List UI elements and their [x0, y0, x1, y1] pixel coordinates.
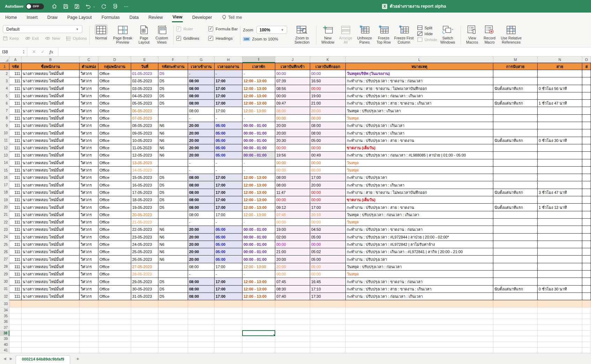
cell-G15[interactable]: -	[188, 167, 215, 174]
cell-A26[interactable]: 111	[9, 248, 22, 256]
header-cell-J1[interactable]: เวลาบันทึกเข้า	[275, 63, 310, 70]
cell-I24[interactable]: 00:00 - 01:00	[242, 234, 275, 241]
cell-M38[interactable]	[493, 331, 538, 336]
cell-I11[interactable]: 00:00 - 01:00	[242, 137, 275, 144]
cell-G28[interactable]: 08:00	[188, 263, 215, 271]
cell-J39[interactable]	[275, 336, 310, 342]
cell-O4[interactable]	[582, 85, 591, 92]
save-as-icon[interactable]	[74, 4, 80, 9]
cell-H8[interactable]: -	[215, 115, 242, 122]
cell-J2[interactable]: 00:00	[275, 70, 310, 77]
cell-J25[interactable]: 00:00	[275, 241, 310, 248]
header-cell-D1[interactable]: กลุ่มพนักงาน	[98, 63, 131, 70]
cell-N6[interactable]: 1 ชั่วโมง 47 นาที	[538, 100, 582, 107]
cell-B28[interactable]: นางสาวทดสอบ ไทม์มิ้นท์	[22, 263, 80, 271]
column-header-G[interactable]: G	[188, 56, 215, 63]
cell-H17[interactable]: 17:00	[215, 182, 242, 189]
cell-K23[interactable]: 04:50	[310, 226, 346, 233]
cell-I3[interactable]: 12:00 - 13:00	[242, 77, 275, 85]
tab-page-layout[interactable]: Page Layout	[67, 13, 92, 22]
cell-D9[interactable]: Office	[98, 122, 131, 129]
cell-B7[interactable]: นางสาวทดสอบ ไทม์มิ้นท์	[22, 107, 80, 115]
cell-J19[interactable]: 00:00	[275, 196, 310, 204]
cell-L13[interactable]: กะทำงาน : ปรับปรุงเวลา : ก่อนเวลา : #L98…	[346, 152, 493, 159]
cell-L38[interactable]	[346, 331, 493, 336]
cell-K31[interactable]: 17:10	[310, 286, 346, 293]
cell-D17[interactable]: Office	[98, 182, 131, 189]
spreadsheet-grid[interactable]: ABCDEFGHIJKLMNO1รหัสชื่อพนักงานตำแหน่งกล…	[0, 56, 591, 353]
cell-A8[interactable]: 111	[9, 115, 22, 122]
cell-H10[interactable]: 05:00	[215, 129, 242, 137]
cell-I39[interactable]	[242, 336, 275, 342]
cell-H28[interactable]: 17:00	[215, 263, 242, 271]
cell-N38[interactable]	[538, 331, 582, 336]
cell-I25[interactable]: 00:00 - 01:00	[242, 241, 275, 248]
cell-E8[interactable]: 07-05-2023	[131, 115, 158, 122]
next-sheet-icon[interactable]: ▶	[10, 357, 13, 361]
cell-K2[interactable]: 00:00	[310, 70, 346, 77]
cell-H38[interactable]	[215, 331, 242, 336]
cell-E3[interactable]: 02-05-2023	[131, 77, 158, 85]
cell-A15[interactable]: 111	[9, 167, 22, 174]
cell-M2[interactable]	[493, 70, 538, 77]
freeze-top-row-button[interactable]: ✱ Freeze Top Row	[375, 24, 393, 45]
cell-A38[interactable]	[9, 331, 22, 336]
cell-G17[interactable]: 08:00	[188, 182, 215, 189]
cell-C4[interactable]: วิศวกร	[80, 85, 98, 92]
row-header-31[interactable]: 31	[0, 286, 9, 293]
cell-A35[interactable]	[9, 313, 22, 319]
header-cell-O1[interactable]: ส	[582, 63, 591, 70]
cell-C20[interactable]: วิศวกร	[80, 204, 98, 211]
cell-A19[interactable]: 111	[9, 196, 22, 204]
cell-O18[interactable]	[582, 189, 591, 196]
cell-C41[interactable]	[80, 348, 98, 353]
cell-O35[interactable]	[582, 313, 591, 319]
row-header-24[interactable]: 24	[0, 234, 9, 241]
cell-F15[interactable]	[158, 167, 188, 174]
switch-windows-button[interactable]: ⌄ Switch Windows	[437, 24, 458, 45]
cell-B10[interactable]: นางสาวทดสอบ ไทม์มิ้นท์	[22, 129, 80, 137]
add-sheet-button[interactable]: +	[74, 355, 81, 362]
cell-J27[interactable]: 20:00	[275, 256, 310, 263]
cell-K24[interactable]: 05:00	[310, 234, 346, 241]
cell-O37[interactable]	[582, 325, 591, 331]
cell-O40[interactable]	[582, 342, 591, 348]
cell-J30[interactable]: 07:45	[275, 278, 310, 285]
cell-C37[interactable]	[80, 325, 98, 331]
cell-J38[interactable]	[275, 331, 310, 336]
cell-M24[interactable]	[493, 234, 538, 241]
cell-J9[interactable]: 20:00	[275, 122, 310, 129]
header-cell-B1[interactable]: ชื่อพนักงาน	[22, 63, 80, 70]
cell-L15[interactable]: วันหยุด	[346, 167, 493, 174]
cell-E21[interactable]: 20-05-2023	[131, 211, 158, 219]
cell-D7[interactable]: Office	[98, 107, 131, 115]
page-break-preview-button[interactable]: Page Break Preview	[110, 24, 135, 45]
cell-J16[interactable]: 08:00	[275, 174, 310, 181]
cell-J29[interactable]: 00:00	[275, 271, 310, 278]
cell-I8[interactable]: -	[242, 115, 275, 122]
cell-I30[interactable]: 12:00 - 13:00	[242, 278, 275, 285]
cell-F40[interactable]	[158, 342, 188, 348]
cell-F5[interactable]: D5	[158, 92, 188, 100]
cell-O14[interactable]	[582, 159, 591, 167]
cell-D32[interactable]: Office	[98, 293, 131, 300]
cell-L27[interactable]: กะทำงาน : ปรับปรุงเวลา	[346, 256, 493, 263]
cell-N21[interactable]	[538, 211, 582, 219]
cell-N13[interactable]	[538, 152, 582, 159]
cell-G22[interactable]: -	[188, 219, 215, 226]
cell-M9[interactable]	[493, 122, 538, 129]
cell-C12[interactable]: วิศวกร	[80, 144, 98, 152]
cell-J24[interactable]: 02:00	[275, 234, 310, 241]
tab-insert[interactable]: Insert	[26, 13, 38, 22]
row-header-35[interactable]: 35	[0, 313, 9, 319]
cell-G26[interactable]: 20:00	[188, 248, 215, 256]
cell-G7[interactable]: 08:00	[188, 107, 215, 115]
cell-A5[interactable]: 111	[9, 92, 22, 100]
cell-F28[interactable]	[158, 263, 188, 271]
cell-J6[interactable]: 09:47	[275, 100, 310, 107]
cell-E14[interactable]: 13-05-2023	[131, 159, 158, 167]
cell-I26[interactable]: 00:00 - 01:00	[242, 248, 275, 256]
cell-I35[interactable]	[242, 313, 275, 319]
cell-O19[interactable]	[582, 196, 591, 204]
cell-E9[interactable]: 08-05-2023	[131, 122, 158, 129]
